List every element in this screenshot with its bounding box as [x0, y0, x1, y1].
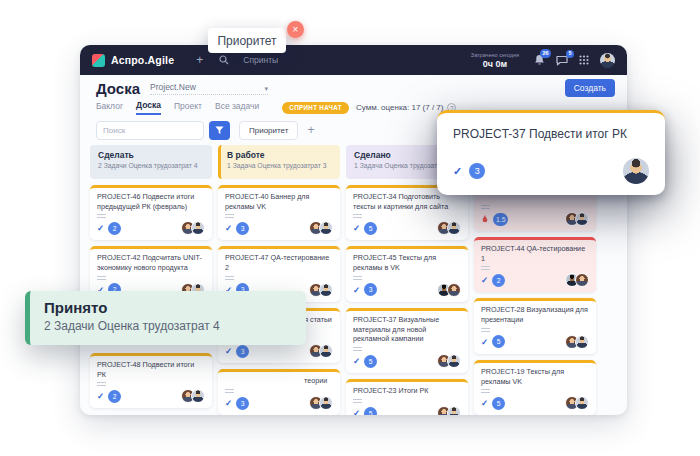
accepted-column-callout: Принято 2 Задачи Оценка трудозатрат 4	[25, 291, 306, 345]
task-title: PROJECT-46 Подвести итоги предыдущей РК …	[97, 192, 205, 211]
estimate-badge: 1.5	[493, 213, 508, 226]
chevron-down-icon: ▾	[265, 85, 269, 92]
task-card[interactable]: PROJECT-46 Подвести итоги предыдущей РК …	[90, 185, 212, 240]
check-icon: ✓	[481, 338, 488, 347]
check-icon: ✓	[353, 409, 360, 415]
check-icon: ✓	[225, 347, 232, 356]
tab-project[interactable]: Проект	[174, 101, 202, 114]
task-card[interactable]: PROJECT-48 Подвести итоги РК ✓ 2	[90, 353, 212, 408]
column-in-progress: В работе 1 Задача Оценка трудозатрат 3 P…	[218, 145, 340, 415]
description-icon	[481, 266, 490, 270]
apps-grid-icon[interactable]	[579, 51, 589, 69]
add-icon[interactable]: +	[196, 54, 203, 66]
task-title: PROJECT-42 Подсчитать UNIT-экономику нов…	[97, 253, 205, 272]
task-card[interactable]: теории ✓ 3	[218, 369, 340, 415]
time-tracker: Затрачено сегодня 0ч 0м	[471, 52, 519, 69]
estimate-badge: 3	[236, 345, 249, 358]
task-title: PROJECT-45 Тексты для рекламы в VK	[353, 253, 461, 272]
avatar-man	[447, 406, 461, 415]
description-icon	[353, 276, 362, 280]
column-todo: Сделать 2 Задачи Оценка трудозатрат 4 PR…	[90, 145, 212, 408]
check-icon: ✓	[353, 224, 360, 233]
funnel-icon	[215, 123, 224, 138]
tab-board[interactable]: Доска	[136, 100, 161, 115]
column-meta: 2 Задачи Оценка трудозатрат 4	[98, 162, 204, 169]
user-avatar[interactable]	[600, 53, 615, 68]
check-icon: ✓	[481, 399, 488, 408]
nav-item-sprints[interactable]: Спринты	[243, 55, 278, 65]
sprint-summary: Сумм. оценка: 17 (7 / 7)	[356, 103, 444, 112]
tab-backlog[interactable]: Баклог	[96, 101, 123, 114]
estimate-badge: 5	[364, 355, 377, 368]
task-title: PROJECT-28 Визуализация для презентации	[481, 305, 589, 324]
avatar-woman	[575, 273, 589, 287]
description-icon	[225, 389, 234, 393]
description-icon	[481, 389, 490, 393]
create-button[interactable]: Создать	[565, 79, 615, 97]
estimate-badge: 3	[364, 283, 377, 296]
app-window: Аспро.Agile + Спринты Затрачено сегодня …	[80, 45, 627, 415]
task-title: PROJECT-37 Визуальные материалы для ново…	[353, 315, 461, 344]
task-title: PROJECT-47 QA-тестирование 2	[225, 253, 333, 272]
task-detail-popup[interactable]: PROJECT-37 Подвести итог РК ✓ 3	[437, 110, 665, 195]
top-navbar: Аспро.Agile + Спринты Затрачено сегодня …	[80, 45, 627, 75]
task-title: PROJECT-44 QA-тестирование 1	[481, 244, 589, 263]
avatar-man	[575, 335, 589, 349]
page-title: Доска	[96, 80, 140, 97]
description-icon	[481, 205, 490, 209]
filter-button[interactable]	[209, 121, 230, 140]
check-icon: ✓	[353, 286, 360, 295]
tab-all-tasks[interactable]: Все задачи	[215, 101, 259, 114]
task-card[interactable]: PROJECT-40 Баннер для рекламы VK ✓ 3	[218, 185, 340, 240]
avatar-man	[319, 221, 333, 235]
close-icon[interactable]: ×	[287, 21, 304, 38]
avatar-man	[447, 354, 461, 368]
avatar-man	[191, 221, 205, 235]
project-selector[interactable]: Project.New ▾	[150, 82, 268, 95]
task-card[interactable]: PROJECT-45 Тексты для рекламы в VK ✓ 3	[346, 246, 468, 301]
check-icon: ✓	[481, 276, 488, 285]
task-title: PROJECT-48 Подвести итоги РК	[97, 360, 205, 379]
priority-tooltip-label: Приоритет	[217, 34, 276, 48]
estimate-badge: 3	[236, 397, 249, 410]
messages-icon[interactable]: 5	[556, 55, 568, 66]
time-tracker-value: 0ч 0м	[471, 59, 519, 69]
column-header-in-progress: В работе 1 Задача Оценка трудозатрат 3	[218, 145, 340, 179]
popup-task-title: PROJECT-37 Подвести итог РК	[453, 127, 649, 141]
task-title: теории	[225, 376, 333, 386]
column-meta: 1 Задача Оценка трудозатрат 3	[227, 162, 332, 169]
sprint-status-badge: СПРИНТ НАЧАТ	[282, 102, 349, 114]
description-icon	[353, 347, 362, 351]
estimate-badge: 5	[364, 222, 377, 235]
avatar-man	[319, 344, 333, 358]
brand-name: Аспро.Agile	[111, 54, 174, 66]
messages-count-badge: 5	[566, 50, 574, 59]
task-card[interactable]: PROJECT-37 Визуальные материалы для ново…	[346, 308, 468, 373]
task-card[interactable]: PROJECT-19 Тексты для рекламы VK ✓ 5	[474, 360, 596, 415]
fire-priority-icon	[481, 214, 489, 224]
estimate-badge: 3	[236, 222, 249, 235]
check-icon: ✓	[97, 224, 104, 233]
app-logo-icon	[92, 54, 105, 67]
estimate-badge: 3	[469, 163, 485, 179]
task-card[interactable]: PROJECT-23 Итоги РК ✓ 5	[346, 379, 468, 415]
search-input[interactable]	[96, 121, 204, 140]
column-name: В работе	[227, 150, 332, 160]
add-filter-button[interactable]: +	[307, 124, 314, 136]
estimate-badge: 2	[108, 222, 121, 235]
search-icon[interactable]	[219, 55, 229, 65]
priority-tooltip: Приоритет	[208, 28, 286, 53]
description-icon	[353, 399, 362, 403]
task-card[interactable]: PROJECT-28 Визуализация для презентации …	[474, 298, 596, 353]
column-name: Сделать	[98, 150, 204, 160]
task-card[interactable]: PROJECT-44 QA-тестирование 1 ✓ 2	[474, 237, 596, 292]
avatar-man	[575, 212, 589, 226]
description-icon	[481, 328, 490, 332]
avatar-man	[319, 396, 333, 410]
priority-filter-chip[interactable]: Приоритет	[239, 121, 298, 140]
estimate-badge: 5	[492, 335, 505, 348]
accepted-meta: 2 Задачи Оценка трудозатрат 4	[44, 319, 306, 333]
notifications-bell-icon[interactable]: 26	[534, 54, 545, 66]
avatar-man	[575, 396, 589, 410]
estimate-badge: 5	[364, 407, 377, 415]
